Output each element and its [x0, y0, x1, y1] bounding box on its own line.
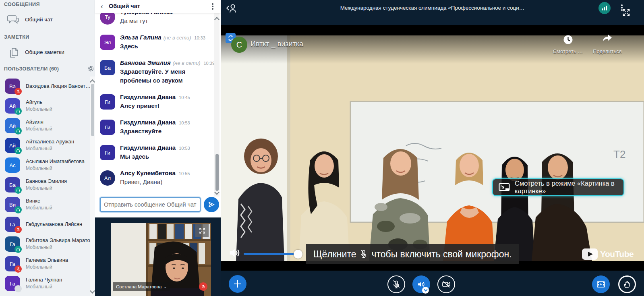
- add-content-button[interactable]: [229, 275, 246, 293]
- volume-slider-track[interactable]: [244, 253, 298, 255]
- pip-icon: [499, 182, 510, 192]
- film-icon: [596, 279, 606, 289]
- user-name: Галеева Эльвина: [26, 257, 68, 263]
- video-frame: T2: [221, 25, 644, 271]
- avatar: Ги: [100, 145, 115, 160]
- send-message-button[interactable]: [204, 197, 219, 212]
- mic-muted-badge-icon: [14, 88, 22, 95]
- conference-video-area: Международная студенческая олимпиада «Пр…: [221, 0, 644, 296]
- headset-badge-icon: [14, 147, 22, 154]
- user-list-item[interactable]: ГаГалина ЧулпанМобильный: [0, 274, 90, 294]
- avatar: Ал: [100, 170, 115, 186]
- mic-muted-badge-icon: [14, 226, 22, 233]
- message-author: Гиздуллина Диана: [120, 119, 176, 126]
- message-text: Мы здесь: [120, 152, 213, 161]
- share-label[interactable]: Поделиться: [587, 48, 627, 54]
- message-author: Тумерова Галима: [120, 13, 173, 15]
- users-scrollbar[interactable]: [90, 77, 95, 296]
- watch-later-label[interactable]: Смотреть …: [548, 48, 588, 54]
- message-author: Баянова Эмилия: [120, 59, 171, 66]
- sidebar-item-general-chat[interactable]: Общий чат: [0, 12, 95, 28]
- video-title: Ивткт _ визитка: [251, 40, 303, 48]
- pip-label: Смотреть в режиме «Картинка в картинке»: [515, 180, 623, 195]
- user-name: Габдульманова Ляйсян: [26, 221, 82, 227]
- headset-badge-icon: [14, 246, 22, 253]
- raise-hand-button[interactable]: [618, 275, 636, 293]
- speaker-options-chevron-icon[interactable]: [422, 287, 429, 294]
- notes-section-header: ЗАМЕТКИ: [4, 34, 29, 40]
- mic-muted-icon: [391, 279, 401, 289]
- chat-messages: Ту Тумерова Галима Да мы тут Эл Эльза Га…: [95, 13, 214, 197]
- user-device: Мобильный: [26, 166, 52, 171]
- sidebar-item-label: Общие заметки: [25, 49, 64, 55]
- connection-stats-icon[interactable]: [598, 2, 611, 14]
- chat-message-input[interactable]: [100, 197, 201, 212]
- avatar: Ту: [100, 13, 115, 25]
- users-settings-gear-icon[interactable]: [87, 65, 94, 74]
- headset-badge-icon: [14, 108, 22, 115]
- sidebar-item-general-notes[interactable]: Общие заметки: [0, 45, 95, 61]
- player-fullscreen-icon[interactable]: [622, 8, 631, 19]
- user-list-item[interactable]: Ай АйзиляМобильный: [0, 116, 90, 136]
- user-name: Айгуль: [26, 99, 42, 105]
- chat-menu-icon[interactable]: [212, 3, 213, 10]
- user-device: Мобильный: [26, 185, 52, 191]
- user-device: Мобильный: [26, 146, 52, 151]
- chat-message: Ал Алсу Кулембетова10:55 Привет, Диана): [95, 170, 214, 195]
- sidebar: СООБЩЕНИЯ Общий чат ЗАМЕТКИ Общие заметк…: [0, 0, 95, 296]
- message-text: Здравствуйте. У меня проблемы со звуком: [120, 67, 213, 85]
- chat-back-icon[interactable]: ‹: [101, 2, 103, 10]
- users-scrollbar-thumb[interactable]: [91, 84, 94, 136]
- player-volume-icon[interactable]: [228, 246, 241, 261]
- user-list-item[interactable]: Ай Айткалиева АружанМобильный: [0, 136, 90, 155]
- user-list-item[interactable]: Ва Вахидова Люция Вансет… (Вы): [0, 77, 90, 96]
- camera-toggle-button[interactable]: [437, 275, 455, 293]
- chat-scrollbar-thumb[interactable]: [215, 154, 219, 191]
- user-name: Вахидова Люция Вансет… (Вы): [26, 83, 90, 89]
- youtube-logo[interactable]: YouTube: [582, 248, 634, 260]
- selfview-expand-icon[interactable]: [195, 224, 209, 237]
- chat-title: Общий чат: [109, 3, 140, 9]
- message-time: 10:33: [194, 35, 205, 40]
- chat-message: Ги Гиздуллина Диана10:53 Мы здесь: [95, 144, 214, 170]
- watch-later-icon[interactable]: [563, 34, 574, 47]
- chat-scrollbar[interactable]: [214, 13, 219, 197]
- avatar: Ас: [5, 157, 20, 173]
- user-list-item[interactable]: Ви ВинксМобильный: [0, 195, 90, 215]
- picture-in-picture-button[interactable]: Смотреть в режиме «Картинка в картинке»: [492, 178, 624, 196]
- volume-slider-handle[interactable]: [294, 250, 302, 259]
- avatar: Ба: [100, 60, 115, 75]
- user-list-item[interactable]: АсАсылжан ИмагамбетоваМобильный: [0, 155, 90, 175]
- message-text: Привет, Диана): [120, 178, 213, 186]
- user-list-item[interactable]: Ай АйгульМобильный: [0, 96, 90, 116]
- user-list-item[interactable]: Ба Баянова ЭмилияМобильный: [0, 175, 90, 195]
- share-icon[interactable]: [602, 33, 613, 45]
- user-device: Мобильный: [26, 264, 52, 270]
- user-list-item[interactable]: Га Габитова Эльвира МаратовнаМобильный: [0, 234, 90, 254]
- self-video-tile[interactable]: Светлана Маратовна ⌄: [95, 217, 221, 296]
- selfview-mic-muted-icon: [199, 282, 207, 291]
- user-device: Мобильный: [26, 284, 52, 290]
- conference-topbar: Международная студенческая олимпиада «Пр…: [221, 0, 644, 16]
- user-device: Мобильный: [26, 126, 52, 132]
- chat-message: Ту Тумерова Галима Да мы тут: [95, 13, 214, 34]
- headset-badge-icon: [14, 206, 22, 213]
- camera-off-icon: [441, 279, 451, 289]
- chat-input-row: [95, 197, 221, 214]
- channel-avatar[interactable]: C: [231, 37, 247, 53]
- message-author-status: (не в сети): [173, 60, 201, 66]
- chat-panel: ‹ Общий чат Ту Тумерова Галима Да мы тут…: [95, 0, 221, 296]
- selfview-name-label[interactable]: Светлана Маратовна ⌄: [113, 282, 170, 291]
- share-media-button[interactable]: [592, 275, 610, 293]
- youtube-player[interactable]: T2: [221, 25, 644, 271]
- user-list-item[interactable]: Га Галеева ЭльвинаМобильный: [0, 254, 90, 274]
- message-time: 10:53: [179, 146, 190, 151]
- avatar: Ги: [100, 94, 115, 110]
- user-name: Галина Чулпан: [26, 277, 62, 283]
- user-list-item[interactable]: Га Габдульманова Ляйсян: [0, 215, 90, 234]
- microphone-toggle-button[interactable]: [387, 275, 405, 293]
- send-icon: [207, 201, 215, 209]
- message-author: Алсу Кулембетова: [120, 170, 176, 176]
- conference-title: Международная студенческая олимпиада «Пр…: [221, 5, 644, 11]
- user-name: Баянова Эмилия: [26, 178, 67, 184]
